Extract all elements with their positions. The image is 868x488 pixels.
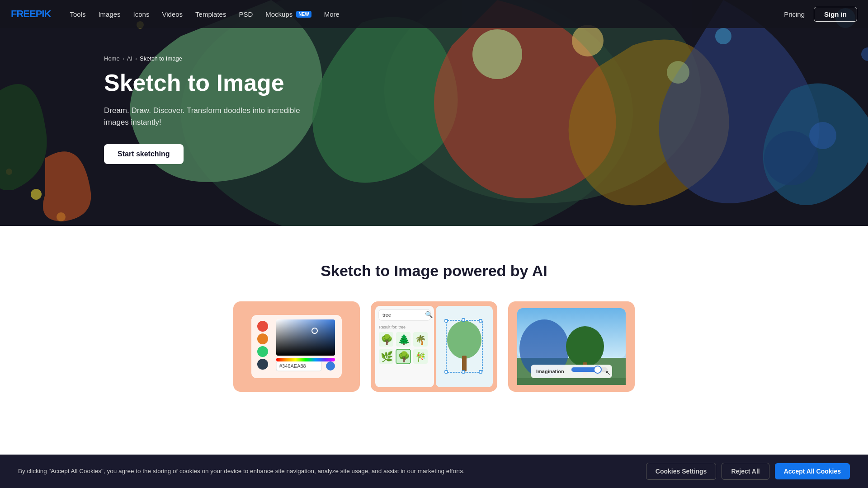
svg-text:🎋: 🎋 (415, 352, 426, 362)
svg-text:#346AEA88: #346AEA88 (279, 363, 306, 369)
svg-point-67 (594, 366, 601, 373)
svg-rect-53 (462, 319, 465, 321)
hero-section: Home › AI › Sketch to Image Sketch to Im… (0, 0, 868, 226)
svg-text:🔍: 🔍 (425, 311, 433, 319)
pricing-link[interactable]: Pricing (784, 10, 805, 18)
nav-templates[interactable]: Templates (191, 8, 231, 21)
svg-text:🌴: 🌴 (415, 334, 426, 345)
svg-point-8 (809, 122, 836, 149)
svg-point-18 (257, 346, 268, 357)
nav-mockups[interactable]: Mockups NEW (261, 8, 316, 21)
svg-rect-22 (276, 319, 335, 356)
svg-text:🌲: 🌲 (398, 333, 410, 346)
feature-card-2: tree 🔍 Result for: tree 🌳 🌲 🌴 🌿 🌳 🎋 (371, 301, 497, 392)
svg-text:Imagination: Imagination (536, 369, 564, 374)
nav-icons[interactable]: Icons (129, 8, 154, 21)
breadcrumb-home[interactable]: Home (104, 55, 120, 62)
start-sketching-button[interactable]: Start sketching (104, 144, 184, 164)
svg-point-4 (572, 25, 604, 56)
card-2-inner: tree 🔍 Result for: tree 🌳 🌲 🌴 🌿 🌳 🎋 (371, 301, 497, 392)
svg-point-16 (257, 321, 268, 332)
breadcrumb-current: Sketch to Image (140, 55, 182, 62)
svg-rect-49 (445, 319, 448, 322)
svg-point-19 (257, 359, 268, 370)
svg-point-10 (31, 189, 42, 200)
hero-subtitle: Dream. Draw. Discover. Transform doodles… (104, 105, 321, 128)
feature-card-3: Imagination ↖ (508, 301, 635, 392)
svg-text:🌿: 🌿 (381, 351, 393, 363)
new-badge: NEW (296, 11, 311, 18)
hero-content: Home › AI › Sketch to Image Sketch to Im… (0, 28, 321, 164)
nav-right: Pricing Sign in (784, 7, 857, 22)
svg-text:tree: tree (382, 312, 391, 318)
svg-point-6 (715, 28, 731, 44)
logo-accent: PIK (36, 8, 51, 19)
nav-links: Tools Images Icons Videos Templates PSD … (65, 8, 769, 21)
svg-point-3 (472, 29, 522, 79)
nav-more[interactable]: More (320, 8, 344, 21)
svg-point-5 (667, 61, 689, 84)
nav-psd[interactable]: PSD (234, 8, 257, 21)
svg-rect-47 (462, 356, 467, 371)
svg-rect-54 (462, 371, 465, 373)
svg-text:↖: ↖ (605, 369, 611, 376)
svg-rect-52 (479, 371, 482, 373)
section-title: Sketch to Image powered by AI (0, 262, 868, 280)
svg-rect-66 (571, 367, 596, 372)
breadcrumb: Home › AI › Sketch to Image (104, 55, 321, 62)
logo[interactable]: FREEPIK (11, 8, 51, 20)
breadcrumb-sep-2: › (135, 56, 137, 62)
nav-images[interactable]: Images (94, 8, 125, 21)
svg-rect-51 (445, 371, 448, 373)
main-content: Sketch to Image powered by AI (0, 226, 868, 419)
feature-cards: #346AEA88 (0, 301, 868, 392)
svg-point-26 (326, 361, 335, 371)
svg-point-17 (257, 333, 268, 344)
breadcrumb-ai[interactable]: AI (127, 55, 132, 62)
nav-tools[interactable]: Tools (65, 8, 90, 21)
svg-point-60 (566, 326, 604, 367)
svg-rect-27 (276, 358, 335, 361)
nav-videos[interactable]: Videos (157, 8, 187, 21)
svg-text:Result for: tree: Result for: tree (379, 325, 406, 329)
card-3-inner: Imagination ↖ (508, 301, 635, 392)
feature-card-1: #346AEA88 (233, 301, 360, 392)
svg-rect-58 (517, 378, 626, 385)
svg-text:🌳: 🌳 (398, 351, 410, 363)
logo-text: FREE (11, 8, 36, 19)
svg-point-46 (447, 321, 481, 359)
signin-button[interactable]: Sign in (814, 7, 857, 22)
breadcrumb-sep-1: › (123, 56, 124, 62)
svg-rect-50 (479, 319, 482, 322)
hero-title: Sketch to Image (104, 70, 321, 96)
svg-text:🌳: 🌳 (381, 333, 393, 346)
navbar: FREEPIK Tools Images Icons Videos Templa… (0, 0, 868, 28)
card-1-inner: #346AEA88 (233, 301, 360, 392)
